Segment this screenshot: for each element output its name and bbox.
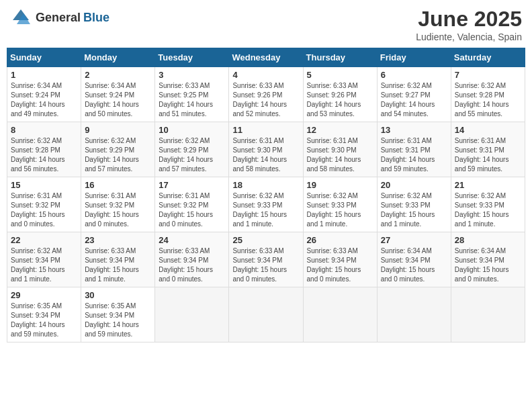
day-info: Sunrise: 6:31 AMSunset: 9:30 PMDaylight:… [307,136,373,174]
table-row: 8 Sunrise: 6:32 AMSunset: 9:28 PMDayligh… [7,122,81,177]
day-info: Sunrise: 6:31 AMSunset: 9:31 PMDaylight:… [455,136,521,174]
day-number: 24 [159,235,225,245]
day-number: 7 [455,70,521,80]
logo-general-text: General [36,11,81,25]
month-title: June 2025 [416,7,522,32]
day-info: Sunrise: 6:33 AMSunset: 9:34 PMDaylight:… [85,246,151,284]
day-info: Sunrise: 6:34 AMSunset: 9:24 PMDaylight:… [11,81,77,119]
logo-blue-text: Blue [83,11,109,25]
day-info: Sunrise: 6:34 AMSunset: 9:24 PMDaylight:… [85,81,151,119]
table-row: 11 Sunrise: 6:31 AMSunset: 9:30 PMDaylig… [229,122,303,177]
day-number: 26 [307,235,373,245]
day-number: 6 [381,70,447,80]
day-number: 18 [232,180,299,190]
day-info: Sunrise: 6:32 AMSunset: 9:28 PMDaylight:… [11,136,77,174]
weekday-header-row: Sunday Monday Tuesday Wednesday Thursday… [7,48,525,67]
table-row: 19 Sunrise: 6:32 AMSunset: 9:33 PMDaylig… [303,177,377,232]
day-info: Sunrise: 6:33 AMSunset: 9:26 PMDaylight:… [232,81,299,119]
day-number: 29 [11,290,77,300]
table-row: 12 Sunrise: 6:31 AMSunset: 9:30 PMDaylig… [303,122,377,177]
table-row: 1 Sunrise: 6:34 AMSunset: 9:24 PMDayligh… [7,67,81,122]
day-info: Sunrise: 6:31 AMSunset: 9:31 PMDaylight:… [381,136,447,174]
title-area: June 2025 Ludiente, Valencia, Spain [416,7,522,42]
table-row: 30 Sunrise: 6:35 AMSunset: 9:34 PMDaylig… [81,287,155,342]
table-row: 7 Sunrise: 6:32 AMSunset: 9:28 PMDayligh… [451,67,525,122]
day-info: Sunrise: 6:32 AMSunset: 9:34 PMDaylight:… [11,246,77,284]
logo-icon [10,7,32,28]
header-friday: Friday [377,48,451,67]
table-row: 4 Sunrise: 6:33 AMSunset: 9:26 PMDayligh… [229,67,303,122]
day-number: 30 [85,290,151,300]
day-number: 22 [11,235,77,245]
day-number: 25 [232,235,299,245]
table-row: 9 Sunrise: 6:32 AMSunset: 9:29 PMDayligh… [81,122,155,177]
day-number: 10 [159,125,225,135]
table-row: 23 Sunrise: 6:33 AMSunset: 9:34 PMDaylig… [81,232,155,287]
calendar-week-row: 8 Sunrise: 6:32 AMSunset: 9:28 PMDayligh… [7,122,525,177]
day-info: Sunrise: 6:34 AMSunset: 9:34 PMDaylight:… [381,246,447,284]
day-number: 14 [455,125,521,135]
table-row [303,287,377,342]
day-info: Sunrise: 6:32 AMSunset: 9:28 PMDaylight:… [455,81,521,119]
calendar-week-row: 22 Sunrise: 6:32 AMSunset: 9:34 PMDaylig… [7,232,525,287]
day-info: Sunrise: 6:35 AMSunset: 9:34 PMDaylight:… [11,302,77,339]
day-number: 3 [159,70,225,80]
day-number: 13 [381,125,447,135]
table-row: 2 Sunrise: 6:34 AMSunset: 9:24 PMDayligh… [81,67,155,122]
table-row: 22 Sunrise: 6:32 AMSunset: 9:34 PMDaylig… [7,232,81,287]
day-number: 20 [381,180,447,190]
day-info: Sunrise: 6:33 AMSunset: 9:34 PMDaylight:… [159,246,225,284]
day-info: Sunrise: 6:31 AMSunset: 9:32 PMDaylight:… [11,191,77,229]
header-saturday: Saturday [451,48,525,67]
day-info: Sunrise: 6:31 AMSunset: 9:32 PMDaylight:… [85,191,151,229]
table-row: 16 Sunrise: 6:31 AMSunset: 9:32 PMDaylig… [81,177,155,232]
table-row: 5 Sunrise: 6:33 AMSunset: 9:26 PMDayligh… [303,67,377,122]
day-info: Sunrise: 6:33 AMSunset: 9:34 PMDaylight:… [232,246,299,284]
day-info: Sunrise: 6:32 AMSunset: 9:33 PMDaylight:… [455,191,521,229]
day-info: Sunrise: 6:32 AMSunset: 9:33 PMDaylight:… [232,191,299,229]
day-number: 2 [85,70,151,80]
day-number: 27 [381,235,447,245]
calendar-week-row: 29 Sunrise: 6:35 AMSunset: 9:34 PMDaylig… [7,287,525,342]
calendar-week-row: 1 Sunrise: 6:34 AMSunset: 9:24 PMDayligh… [7,67,525,122]
day-number: 11 [232,125,299,135]
header-monday: Monday [81,48,155,67]
day-number: 8 [11,125,77,135]
day-number: 4 [232,70,299,80]
day-number: 23 [85,235,151,245]
table-row: 17 Sunrise: 6:31 AMSunset: 9:32 PMDaylig… [155,177,229,232]
table-row: 26 Sunrise: 6:33 AMSunset: 9:34 PMDaylig… [303,232,377,287]
day-number: 12 [307,125,373,135]
table-row: 3 Sunrise: 6:33 AMSunset: 9:25 PMDayligh… [155,67,229,122]
calendar-week-row: 15 Sunrise: 6:31 AMSunset: 9:32 PMDaylig… [7,177,525,232]
table-row: 14 Sunrise: 6:31 AMSunset: 9:31 PMDaylig… [451,122,525,177]
table-row [377,287,451,342]
table-row: 10 Sunrise: 6:32 AMSunset: 9:29 PMDaylig… [155,122,229,177]
table-row: 24 Sunrise: 6:33 AMSunset: 9:34 PMDaylig… [155,232,229,287]
header-thursday: Thursday [303,48,377,67]
table-row: 25 Sunrise: 6:33 AMSunset: 9:34 PMDaylig… [229,232,303,287]
header-tuesday: Tuesday [155,48,229,67]
day-number: 28 [455,235,521,245]
table-row [155,287,229,342]
table-row: 20 Sunrise: 6:32 AMSunset: 9:33 PMDaylig… [377,177,451,232]
day-info: Sunrise: 6:32 AMSunset: 9:33 PMDaylight:… [307,191,373,229]
day-info: Sunrise: 6:32 AMSunset: 9:27 PMDaylight:… [381,81,447,119]
header-wednesday: Wednesday [229,48,303,67]
day-number: 15 [11,180,77,190]
day-number: 16 [85,180,151,190]
day-info: Sunrise: 6:31 AMSunset: 9:30 PMDaylight:… [232,136,299,174]
day-info: Sunrise: 6:34 AMSunset: 9:34 PMDaylight:… [455,246,521,284]
day-number: 1 [11,70,77,80]
table-row: 18 Sunrise: 6:32 AMSunset: 9:33 PMDaylig… [229,177,303,232]
day-number: 19 [307,180,373,190]
day-info: Sunrise: 6:35 AMSunset: 9:34 PMDaylight:… [85,302,151,339]
day-number: 9 [85,125,151,135]
calendar-table: Sunday Monday Tuesday Wednesday Thursday… [7,48,525,342]
table-row: 29 Sunrise: 6:35 AMSunset: 9:34 PMDaylig… [7,287,81,342]
day-info: Sunrise: 6:32 AMSunset: 9:33 PMDaylight:… [381,191,447,229]
page-header: General Blue June 2025 Ludiente, Valenci… [7,7,525,42]
day-number: 5 [307,70,373,80]
day-number: 21 [455,180,521,190]
day-info: Sunrise: 6:32 AMSunset: 9:29 PMDaylight:… [85,136,151,174]
